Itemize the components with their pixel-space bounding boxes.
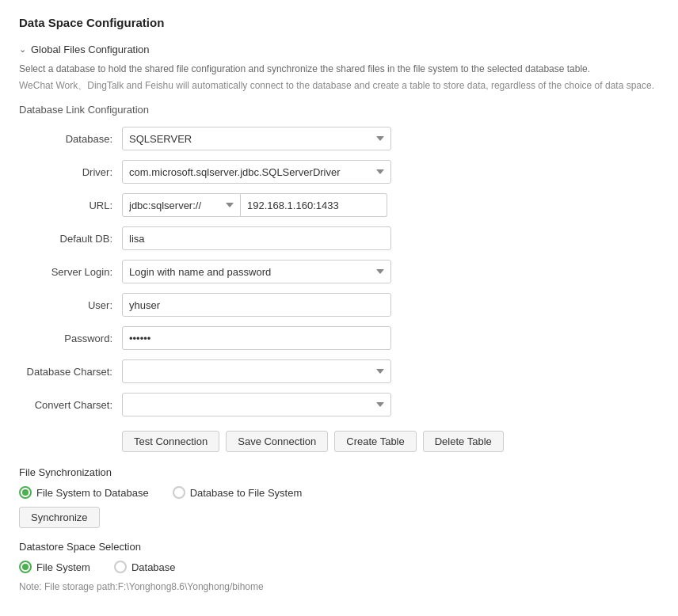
default-db-input[interactable] xyxy=(122,226,391,250)
global-files-section-header: ⌄ Global Files Configuration xyxy=(19,44,659,55)
description-1: Select a database to hold the shared fil… xyxy=(19,62,659,76)
server-login-label: Server Login: xyxy=(19,266,122,278)
save-connection-button[interactable]: Save Connection xyxy=(226,431,328,452)
convert-charset-control xyxy=(122,393,391,416)
url-row: URL: jdbc:sqlserver:// xyxy=(19,193,659,217)
datastore-radio-1[interactable] xyxy=(19,561,32,573)
user-row: User: xyxy=(19,293,659,317)
page-title: Data Space Configuration xyxy=(19,16,659,29)
datastore-section-label: Datastore Space Selection xyxy=(19,541,659,553)
file-sync-options: File System to Database Database to File… xyxy=(19,486,659,499)
default-db-control xyxy=(122,226,391,250)
datastore-option-1[interactable]: File System xyxy=(19,561,90,573)
default-db-label: Default DB: xyxy=(19,233,122,245)
file-sync-section-label: File Synchronization xyxy=(19,466,659,478)
file-sync-option-2[interactable]: Database to File System xyxy=(173,486,303,499)
password-row: Password: xyxy=(19,326,659,350)
server-login-row: Server Login: Login with name and passwo… xyxy=(19,260,659,283)
description-2: WeChat Work、DingTalk and Feishu will aut… xyxy=(19,79,659,93)
global-files-label: Global Files Configuration xyxy=(31,44,150,55)
file-sync-option-1-label: File System to Database xyxy=(36,487,149,499)
datastore-option-1-label: File System xyxy=(36,561,90,573)
convert-charset-row: Convert Charset: xyxy=(19,393,659,416)
password-control xyxy=(122,326,391,350)
db-charset-control xyxy=(122,359,391,383)
server-login-select[interactable]: Login with name and password xyxy=(122,260,391,283)
datastore-section: Datastore Space Selection File System Da… xyxy=(19,541,659,592)
database-label: Database: xyxy=(19,133,122,145)
datastore-radio-2[interactable] xyxy=(114,561,127,573)
datastore-option-2[interactable]: Database xyxy=(114,561,176,573)
convert-charset-select[interactable] xyxy=(122,393,391,416)
default-db-row: Default DB: xyxy=(19,226,659,250)
db-charset-row: Database Charset: xyxy=(19,359,659,383)
url-protocol-select[interactable]: jdbc:sqlserver:// xyxy=(122,193,241,217)
driver-label: Driver: xyxy=(19,166,122,178)
file-sync-option-1[interactable]: File System to Database xyxy=(19,486,149,499)
user-control xyxy=(122,293,391,317)
database-select[interactable]: SQLSERVER xyxy=(122,127,391,150)
driver-control: com.microsoft.sqlserver.jdbc.SQLServerDr… xyxy=(122,160,391,184)
url-control: jdbc:sqlserver:// xyxy=(122,193,387,217)
password-label: Password: xyxy=(19,333,122,344)
driver-row: Driver: com.microsoft.sqlserver.jdbc.SQL… xyxy=(19,160,659,184)
convert-charset-label: Convert Charset: xyxy=(19,399,122,411)
url-address-input[interactable] xyxy=(241,193,387,217)
database-row: Database: SQLSERVER xyxy=(19,127,659,150)
driver-select[interactable]: com.microsoft.sqlserver.jdbc.SQLServerDr… xyxy=(122,160,391,184)
file-sync-option-2-label: Database to File System xyxy=(190,487,303,499)
test-connection-button[interactable]: Test Connection xyxy=(122,431,219,452)
action-buttons: Test Connection Save Connection Create T… xyxy=(122,431,659,452)
storage-path-note: Note: File storage path:F:\Yonghong8.6\Y… xyxy=(19,581,659,592)
chevron-down-icon: ⌄ xyxy=(19,44,26,55)
database-control: SQLSERVER xyxy=(122,127,391,150)
db-charset-label: Database Charset: xyxy=(19,366,122,378)
server-login-control: Login with name and password xyxy=(122,260,391,283)
user-input[interactable] xyxy=(122,293,391,317)
file-sync-radio-2[interactable] xyxy=(173,486,185,499)
datastore-options: File System Database xyxy=(19,561,659,573)
synchronize-button[interactable]: Synchronize xyxy=(19,507,100,528)
user-label: User: xyxy=(19,299,122,311)
db-link-label: Database Link Configuration xyxy=(19,104,659,116)
db-charset-select[interactable] xyxy=(122,359,391,383)
password-input[interactable] xyxy=(122,326,391,350)
datastore-option-2-label: Database xyxy=(131,561,176,573)
create-table-button[interactable]: Create Table xyxy=(334,431,416,452)
delete-table-button[interactable]: Delete Table xyxy=(423,431,504,452)
url-label: URL: xyxy=(19,200,122,211)
file-sync-radio-1[interactable] xyxy=(19,486,32,499)
